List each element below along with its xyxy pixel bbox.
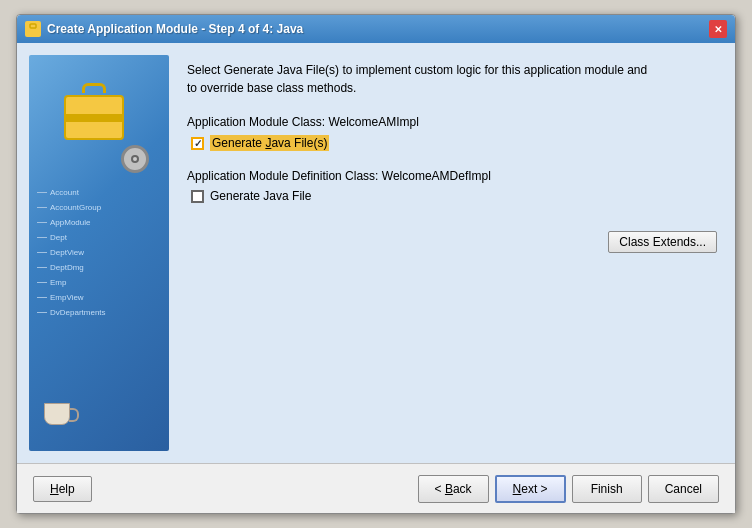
footer-right: < Back Next > Finish Cancel [418,475,719,503]
left-panel-illustration: Account AccountGroup AppModule Dept Dept… [29,55,169,451]
window-title: Create Application Module - Step 4 of 4:… [47,22,303,36]
back-button[interactable]: < Back [418,475,489,503]
generate-java-files-row: ✓ Generate Java File(s) [191,135,717,151]
section-module-class: Application Module Class: WelcomeAMImpl … [187,115,717,151]
briefcase-icon [64,95,124,140]
content-area: Account AccountGroup AppModule Dept Dept… [17,43,735,463]
next-button[interactable]: Next > [495,475,566,503]
main-window: Create Application Module - Step 4 of 4:… [16,14,736,514]
svg-point-3 [133,157,137,161]
footer-left: HHelpelp [33,476,92,502]
generate-java-file-label: Generate Java File [210,189,311,203]
help-button[interactable]: HHelpelp [33,476,92,502]
section-definition-class: Application Module Definition Class: Wel… [187,169,717,203]
app-icon [25,21,41,37]
generate-java-files-checkbox[interactable]: ✓ [191,137,204,150]
generate-java-files-label: Generate Java File(s) [210,135,329,151]
tree-items: Account AccountGroup AppModule Dept Dept… [37,185,157,320]
footer: HHelpelp < Back Next > Finish Cancel [17,463,735,513]
generate-java-file-checkbox[interactable] [191,190,204,203]
close-button[interactable]: ✕ [709,20,727,38]
generate-java-file-row: Generate Java File [191,189,717,203]
coffee-cup-icon [44,403,74,431]
description-text: Select Generate Java File(s) to implemen… [187,61,717,97]
module-class-label: Application Module Class: WelcomeAMImpl [187,115,717,129]
title-bar: Create Application Module - Step 4 of 4:… [17,15,735,43]
title-bar-left: Create Application Module - Step 4 of 4:… [25,21,303,37]
class-extends-button[interactable]: Class Extends... [608,231,717,253]
cancel-button[interactable]: Cancel [648,475,719,503]
definition-class-label: Application Module Definition Class: Wel… [187,169,717,183]
right-panel: Select Generate Java File(s) to implemen… [181,55,723,451]
gear-icon [121,145,149,173]
finish-button[interactable]: Finish [572,475,642,503]
